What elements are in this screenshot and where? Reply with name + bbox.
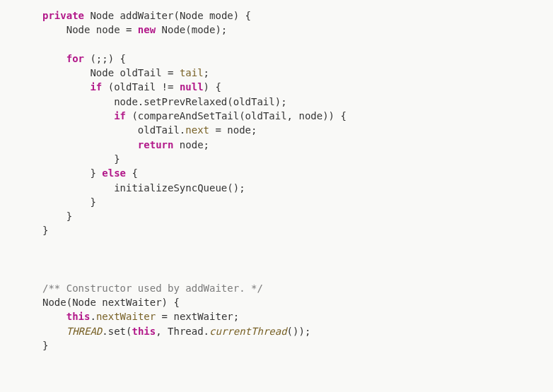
code-text: Node node = <box>42 24 138 35</box>
code-listing: private Node addWaiter(Node mode) { Node… <box>0 0 553 361</box>
code-text: } <box>42 340 48 351</box>
code-text <box>42 311 66 322</box>
keyword-else: else <box>102 167 126 179</box>
code-text: ()); <box>287 326 311 337</box>
field-next: next <box>185 124 209 136</box>
static-thread: THREAD <box>66 326 103 337</box>
keyword-this: this <box>66 311 91 322</box>
code-text: { <box>126 167 138 179</box>
field-nextwaiter: nextWaiter <box>96 311 156 322</box>
keyword-if: if <box>114 110 126 121</box>
code-text: (;;) { <box>84 53 126 64</box>
code-text: ) { <box>204 81 221 93</box>
code-text: node.setPrevRelaxed(oldTail); <box>42 96 287 107</box>
code-text: } <box>42 153 120 165</box>
code-text <box>42 53 66 64</box>
static-currentthread: currentThread <box>209 326 287 337</box>
code-text: (compareAndSetTail(oldTail, node)) { <box>126 110 347 121</box>
code-text: Node addWaiter(Node mode) { <box>84 10 251 21</box>
code-text: } <box>42 225 48 236</box>
code-text: (oldTail != <box>102 81 180 93</box>
code-text: Node(Node nextWaiter) { <box>42 297 180 308</box>
code-text: } <box>42 210 72 222</box>
code-text: initializeSyncQueue(); <box>42 182 245 194</box>
code-text <box>42 81 90 93</box>
keyword-for: for <box>66 53 84 64</box>
code-text: = nextWaiter; <box>156 311 239 322</box>
code-text: .set( <box>102 326 132 337</box>
comment-constructor: /** Constructor used by addWaiter. */ <box>42 283 263 294</box>
keyword-private: private <box>42 10 84 21</box>
code-text: } <box>42 167 102 179</box>
code-text: Node(mode); <box>156 24 227 35</box>
keyword-if: if <box>90 81 102 93</box>
code-text: node; <box>173 139 209 150</box>
code-text: Node oldTail = <box>42 67 180 78</box>
code-text <box>42 326 66 337</box>
field-tail: tail <box>180 67 204 78</box>
keyword-new: new <box>138 24 156 35</box>
code-text: . <box>90 311 95 322</box>
code-text <box>42 139 138 150</box>
code-text: oldTail. <box>42 124 185 136</box>
code-text: ; <box>204 67 209 78</box>
code-text <box>42 110 114 121</box>
keyword-this: this <box>132 326 156 337</box>
code-text: } <box>42 196 96 208</box>
keyword-null: null <box>180 81 204 93</box>
keyword-return: return <box>138 139 174 150</box>
code-text: , Thread. <box>156 326 209 337</box>
code-text: = node; <box>209 124 257 136</box>
